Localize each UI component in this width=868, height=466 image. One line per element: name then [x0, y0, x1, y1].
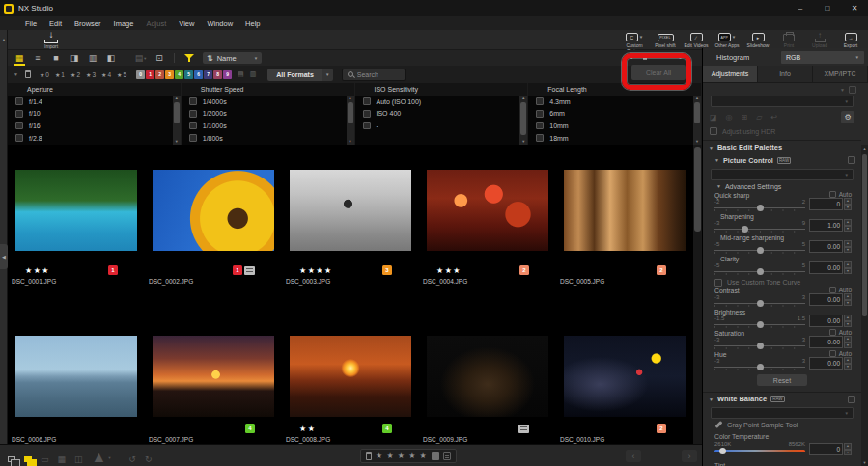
label-filter-5[interactable]: 5	[184, 70, 193, 79]
color-temperature-slider[interactable]	[714, 450, 805, 452]
white-balance-checkbox[interactable]	[848, 396, 855, 403]
compare-view-icon[interactable]: ◧	[104, 52, 118, 64]
menu-image[interactable]: Image	[114, 19, 134, 28]
slider-value[interactable]: 1.00	[809, 219, 843, 232]
slider-handle[interactable]	[719, 448, 726, 454]
slider-handle[interactable]	[757, 247, 764, 254]
sort-dropdown[interactable]: ⇅Name▼	[203, 52, 262, 64]
rating-filter-4[interactable]: ★4	[101, 71, 111, 78]
white-balance-dropdown[interactable]: ▼	[711, 407, 854, 419]
label-list-button[interactable]	[443, 452, 451, 460]
label-gray-button[interactable]	[432, 452, 439, 460]
filter-checkbox[interactable]	[189, 134, 197, 142]
menu-edit[interactable]: Edit	[49, 19, 62, 28]
slider-handle[interactable]	[757, 205, 764, 211]
gray-point-sample-tool[interactable]: Gray Point Sample Tool	[703, 419, 861, 430]
photo-thumbnail[interactable]	[290, 170, 411, 251]
slider-track[interactable]	[714, 324, 805, 325]
menu-file[interactable]: File	[25, 19, 37, 28]
auto-checkbox[interactable]	[829, 350, 836, 357]
filter-option[interactable]: f/10	[8, 108, 173, 121]
other-apps-button[interactable]: APP▼Other Apps	[713, 30, 742, 49]
auto-checkbox[interactable]	[829, 191, 836, 198]
sort-order-icon[interactable]: ⇅	[207, 54, 213, 63]
full-screen-icon[interactable]: ⊡	[153, 52, 166, 64]
thumbnail-size-slider[interactable]: ▪▪	[630, 53, 682, 62]
menu-help[interactable]: Help	[245, 19, 260, 28]
picture-control-dropdown[interactable]: ▼	[711, 169, 854, 180]
slider-track[interactable]	[714, 271, 805, 272]
list-view-icon[interactable]: ≡	[31, 52, 44, 64]
histogram-channel-dropdown[interactable]: RGB ▼	[781, 51, 864, 64]
rating-filter-5[interactable]: ★5	[117, 71, 126, 78]
value-spinner[interactable]: ▲▼	[844, 261, 852, 274]
value-spinner[interactable]: ▲▼	[844, 443, 852, 455]
filter-checkbox[interactable]	[15, 110, 23, 118]
value-spinner[interactable]: ▲▼	[844, 315, 852, 327]
slider-handle[interactable]	[757, 268, 764, 275]
slider-handle[interactable]	[757, 364, 764, 370]
image-viewer-icon[interactable]: ■	[49, 52, 63, 64]
filter-option[interactable]: Auto (ISO 100)	[355, 96, 520, 108]
import-button[interactable]: ↓ Import	[44, 32, 58, 50]
photo-thumbnail[interactable]	[15, 336, 137, 417]
value-spinner[interactable]: ▲▼	[844, 357, 852, 370]
slider-value[interactable]: 0.00	[809, 315, 843, 327]
section-basic-edit-palettes[interactable]: ▼ Basic Edit Palettes	[703, 140, 861, 153]
panel-scrollbar-thumb[interactable]	[862, 154, 867, 316]
filter-checkbox[interactable]	[15, 122, 23, 129]
slider-track[interactable]	[714, 229, 805, 230]
slider-track[interactable]	[714, 207, 805, 208]
label-filter-3[interactable]: 3	[165, 70, 174, 79]
filter-option[interactable]: 10mm	[528, 120, 693, 132]
value-spinner[interactable]: ▲▼	[844, 219, 852, 232]
filter-checkbox[interactable]	[536, 122, 544, 129]
rating-filter-0[interactable]: ★0	[40, 71, 49, 78]
multi-frame-view-icon[interactable]: ▥	[86, 52, 99, 64]
tab-info[interactable]: Info	[758, 66, 813, 83]
trash-filter-icon[interactable]	[25, 70, 31, 78]
photo-thumbnail[interactable]	[427, 170, 548, 251]
label-filter-7[interactable]: 7	[204, 70, 212, 79]
clear-all-button[interactable]: Clear All	[631, 65, 686, 80]
filter-option[interactable]: 1/800s	[182, 132, 347, 145]
slider-value[interactable]: 0.00	[809, 357, 843, 370]
format-filter-dropdown[interactable]: All Formats▼	[267, 69, 333, 81]
filter-option[interactable]: 18mm	[528, 132, 693, 145]
filter-option[interactable]: 6mm	[528, 108, 693, 121]
auto-checkbox[interactable]	[829, 287, 836, 293]
photo-thumbnail[interactable]	[564, 336, 686, 417]
close-button[interactable]: ✕	[841, 0, 868, 16]
filter-options-icon[interactable]: ▼	[14, 71, 18, 77]
filter-checkbox[interactable]	[536, 110, 544, 118]
edit-videos-button[interactable]: ∕Edit Videos	[682, 30, 711, 49]
section-white-balance[interactable]: ▼ White Balance RAW	[703, 392, 861, 405]
reset-button[interactable]: Reset	[757, 374, 807, 386]
color-temperature-value[interactable]: 0	[809, 443, 843, 455]
photo-thumbnail[interactable]	[15, 170, 137, 251]
slider-value[interactable]: 0.00	[809, 261, 843, 274]
column-scrollbar[interactable]: ▲▼	[519, 96, 527, 145]
minimize-button[interactable]: –	[787, 0, 814, 16]
filter-checkbox[interactable]	[15, 97, 23, 105]
filter-checkbox[interactable]	[363, 122, 371, 129]
collapse-up-icon[interactable]: ▲	[0, 37, 8, 42]
filter-option[interactable]: f/16	[8, 120, 173, 132]
rating-stars[interactable]: ★ ★ ★ ★ ★	[376, 452, 428, 460]
slider-value[interactable]: 0.00	[809, 336, 843, 348]
menu-window[interactable]: Window	[207, 19, 233, 28]
show-versions-icon[interactable]	[24, 449, 32, 466]
filter-option[interactable]: 1/2000s	[182, 108, 347, 121]
filter-checkbox[interactable]	[15, 134, 23, 142]
filter-checkbox[interactable]	[536, 97, 544, 105]
jpeg-filter-icon[interactable]: ▥	[250, 70, 257, 78]
filter-option[interactable]: f/2.8	[8, 132, 173, 145]
photo-thumbnail[interactable]	[153, 170, 274, 251]
grid-view-icon[interactable]: ▦	[13, 52, 26, 64]
maximize-button[interactable]: □	[814, 0, 841, 16]
label-filter-2[interactable]: 2	[155, 70, 164, 79]
filter-checkbox[interactable]	[189, 122, 197, 129]
slider-value[interactable]: 0	[809, 198, 843, 210]
menu-browser[interactable]: Browser	[74, 19, 101, 28]
label-filter-4[interactable]: 4	[175, 70, 183, 79]
